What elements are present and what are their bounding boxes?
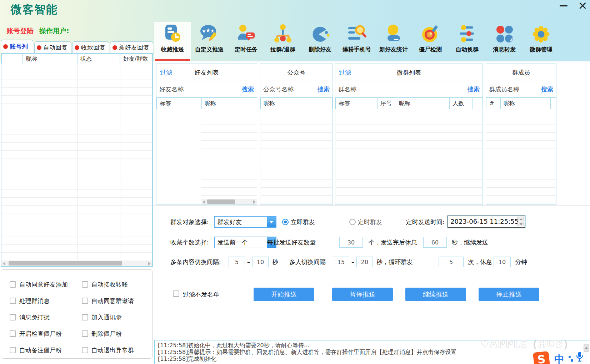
- toolbar-new-friend-stats[interactable]: 新好友统计: [375, 22, 412, 61]
- friends-search-button[interactable]: 搜索: [242, 81, 254, 97]
- delete-friend-icon: [310, 24, 330, 44]
- tab-new-friend-reply[interactable]: 新好友回复: [110, 41, 153, 53]
- scroll-right-icon[interactable]: [148, 262, 151, 266]
- members-search-button[interactable]: 搜索: [541, 81, 553, 97]
- friends-empty-rows-grid: [201, 109, 257, 199]
- handle-group-msg-checkbox[interactable]: [10, 298, 16, 304]
- scroll-left-icon[interactable]: [202, 200, 205, 204]
- col-spacer: [322, 97, 332, 109]
- toolbar-zombie-detect[interactable]: 僵尸检测: [412, 22, 449, 61]
- members-panel: 群成员 群成员名称 搜索 # 昵称: [486, 64, 556, 205]
- auto-receive-transfer-checkbox[interactable]: [82, 281, 88, 288]
- members-empty-rows-grid: [486, 109, 556, 204]
- close-button[interactable]: ×: [578, 0, 588, 11]
- toolbar-timed-task[interactable]: 定时任务: [228, 22, 264, 61]
- col-nickname: 昵称: [201, 97, 257, 109]
- auto-accept-group-invite-checkbox[interactable]: [82, 298, 88, 304]
- official-empty-rows-grid: [261, 109, 332, 204]
- official-search-button[interactable]: 搜索: [318, 81, 330, 97]
- column-divider: [23, 64, 23, 260]
- option-label: 消息免打扰: [19, 313, 50, 322]
- timed-send-label[interactable]: 定时群发: [358, 216, 382, 228]
- friends-search-input[interactable]: 好友名称 搜索: [156, 81, 257, 97]
- scroll-thumb[interactable]: [207, 199, 235, 204]
- time-spin-down-button[interactable]: [518, 222, 524, 226]
- time-spin-up-button[interactable]: [518, 217, 524, 221]
- groups-search-input[interactable]: 群名称 搜索: [335, 81, 482, 97]
- friends-panel-header: 过滤 好友列表: [156, 64, 257, 81]
- app-title: 微客智能: [11, 2, 58, 17]
- scroll-left-icon[interactable]: [3, 262, 5, 266]
- col-nickname: 昵称: [260, 97, 322, 109]
- col-spacer: [472, 97, 483, 109]
- minimize-button[interactable]: —: [559, 0, 568, 11]
- scroll-right-icon[interactable]: [253, 200, 256, 204]
- content-interval-label: 多条内容切换间隔:: [170, 256, 221, 268]
- content-interval-min-input[interactable]: [229, 257, 245, 267]
- batch-size-input[interactable]: [339, 237, 363, 248]
- col-tag: 标签: [156, 97, 198, 109]
- members-panel-title: 群成员: [486, 64, 556, 81]
- timed-send-radio[interactable]: [349, 219, 356, 225]
- ime-tools-icon[interactable]: [571, 359, 573, 362]
- members-search-input[interactable]: 群成员名称 搜索: [486, 81, 556, 97]
- content-interval-max-input[interactable]: [252, 257, 269, 267]
- tab-account-list[interactable]: 账号列: [1, 40, 33, 53]
- tab-auto-reply[interactable]: 自动回复: [34, 41, 71, 53]
- groups-panel: 过滤 微群列表 群名称 搜索 标签 序号 昵称 人数: [335, 64, 483, 205]
- immediate-send-radio[interactable]: [282, 219, 289, 225]
- toolbar-message-forward[interactable]: 消息转发: [486, 22, 522, 61]
- operator-label: 操作用户:: [39, 26, 69, 36]
- target-select-dropdown[interactable]: 群发好友: [214, 216, 276, 228]
- stop-push-button[interactable]: 停止推送: [479, 288, 539, 301]
- members-columns: # 昵称: [486, 97, 556, 109]
- option-label: 加入通讯录: [91, 313, 122, 322]
- person-interval-min-input[interactable]: [333, 257, 349, 267]
- delete-zombie-checkbox[interactable]: [82, 330, 88, 337]
- zombie-detect-icon: [420, 24, 441, 44]
- join-contacts-checkbox[interactable]: [82, 314, 88, 320]
- mute-message-checkbox[interactable]: [10, 314, 16, 320]
- toolbar-group-manage[interactable]: 微群管理: [523, 22, 559, 61]
- dropdown-button[interactable]: [267, 217, 276, 227]
- filter-blacklist-checkbox[interactable]: [173, 290, 179, 297]
- person-interval-max-input[interactable]: [356, 257, 373, 267]
- watermark: ♥APPLE（HUB）: [480, 338, 574, 350]
- ime-language-toggle[interactable]: 中: [554, 353, 564, 364]
- log-scrollbar-button[interactable]: [584, 344, 589, 352]
- option-label: 自动接收转账: [91, 280, 128, 289]
- toolbar-favorite-push[interactable]: 收藏推送: [154, 22, 191, 61]
- ime-tools-icon[interactable]: [569, 356, 571, 358]
- check-zombie-checkbox[interactable]: [10, 330, 16, 337]
- pause-push-button[interactable]: 暂停推送: [332, 288, 393, 301]
- immediate-send-label[interactable]: 立即群发: [291, 216, 315, 228]
- loop-count-input[interactable]: [439, 257, 464, 267]
- account-table-hscrollbar[interactable]: [1, 261, 152, 266]
- loop-rest-label: 次，休息: [468, 256, 492, 268]
- loop-rest-input[interactable]: [494, 257, 511, 267]
- remark-zombie-checkbox[interactable]: [10, 347, 16, 353]
- official-columns: 昵称: [260, 97, 332, 109]
- toolbar-auto-switch-group[interactable]: 自动换群: [449, 22, 485, 61]
- groups-search-button[interactable]: 搜索: [468, 81, 480, 97]
- start-push-button[interactable]: 开始推送: [254, 288, 314, 301]
- official-search-input[interactable]: 公众号名称 搜索: [260, 81, 332, 97]
- tab-payment-reply[interactable]: 收款回复: [72, 41, 109, 53]
- sogou-ime-logo[interactable]: S: [533, 351, 550, 364]
- auto-accept-friend-checkbox[interactable]: [10, 281, 16, 288]
- toolbar-pull-quit-group[interactable]: 拉群/退群: [265, 22, 301, 61]
- resume-push-button[interactable]: 继续推送: [405, 288, 466, 301]
- scroll-thumb[interactable]: [9, 261, 122, 266]
- rest-seconds-input[interactable]: [423, 237, 447, 248]
- auto-quit-abnormal-group-checkbox[interactable]: [82, 347, 88, 353]
- official-search-placeholder: 公众号名称: [263, 81, 294, 97]
- toolbar-phone-fans[interactable]: 爆粉手机号: [339, 22, 375, 61]
- pull-quit-group-icon: [272, 24, 293, 44]
- filter-blacklist-label[interactable]: 过滤不发名单: [183, 289, 219, 300]
- toolbar-custom-push[interactable]: 自定义推送: [191, 22, 228, 61]
- account-login-label[interactable]: 账号登陆: [6, 26, 34, 36]
- friends-hscrollbar[interactable]: [201, 199, 257, 204]
- toolbar-delete-friend[interactable]: 删除好友: [302, 22, 338, 61]
- microphone-icon[interactable]: [576, 351, 584, 364]
- send-time-picker[interactable]: 2023-06-15 11:25:55: [448, 216, 525, 228]
